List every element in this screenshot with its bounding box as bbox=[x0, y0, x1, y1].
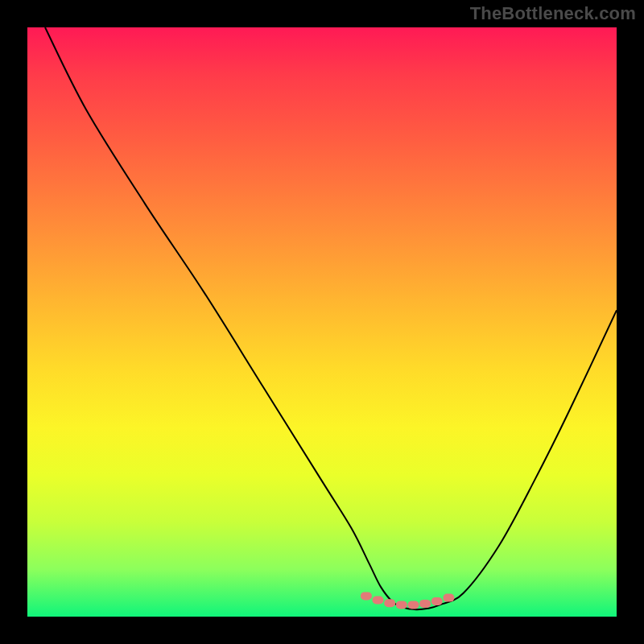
highlight-markers bbox=[361, 592, 455, 609]
highlight-marker bbox=[373, 597, 384, 605]
highlight-marker bbox=[361, 592, 372, 600]
highlight-marker bbox=[443, 594, 454, 602]
watermark-text: TheBottleneck.com bbox=[470, 3, 636, 24]
highlight-marker bbox=[431, 597, 443, 605]
curve-layer bbox=[27, 27, 617, 617]
highlight-marker bbox=[396, 601, 407, 609]
plot-area bbox=[27, 27, 617, 617]
highlight-marker bbox=[419, 600, 431, 608]
chart-frame: TheBottleneck.com bbox=[0, 0, 644, 644]
highlight-marker bbox=[408, 601, 419, 609]
bottleneck-curve bbox=[45, 27, 617, 609]
highlight-marker bbox=[384, 599, 395, 607]
